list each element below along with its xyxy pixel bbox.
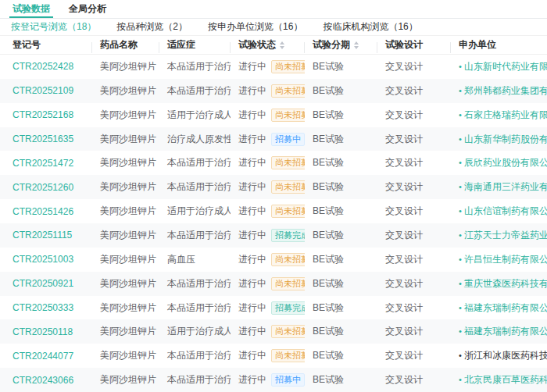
status-text: 进行中 — [238, 133, 266, 146]
status-text: 进行中 — [238, 109, 266, 122]
drug-name-cell: 美阿沙坦钾片 — [92, 229, 159, 242]
registry-id-link[interactable]: CTR20251115 — [0, 230, 92, 241]
trial-design-cell: 交叉设计 — [377, 109, 451, 122]
drug-name-cell: 美阿沙坦钾片 — [92, 60, 159, 73]
drug-name-cell: 美阿沙坦钾片 — [92, 180, 159, 194]
registry-id-link[interactable]: CTR20250118 — [0, 326, 92, 337]
table-row: CTR20252109 美阿沙坦钾片 本品适用于治疗成… 进行中 尚未招募 BE… — [0, 79, 547, 103]
trial-status-cell: 进行中 尚未招募 — [231, 60, 305, 73]
status-text: 进行中 — [238, 373, 266, 387]
table-row: CTR20251472 美阿沙坦钾片 本品适用于治疗成… 进行中 尚未招募 BE… — [0, 151, 547, 175]
registry-id-link[interactable]: CTR20252109 — [0, 85, 92, 96]
table-header: 登记号 药品名称 适应症 试验状态 试验分期 试验设计 申办单位 — [0, 36, 547, 55]
column-header-sponsor: 申办单位 — [451, 38, 547, 52]
sort-icon[interactable] — [354, 41, 359, 49]
registry-id-link[interactable]: CTR20252428 — [0, 61, 92, 72]
column-header-drug-name: 药品名称 — [92, 38, 159, 52]
sponsor-link[interactable]: 山东新华制药股份有限公司 — [459, 134, 547, 144]
indication-cell: 本品适用于治疗成… — [159, 156, 231, 169]
trial-phase-cell: BE试验 — [305, 301, 377, 315]
filter-tab-by-sponsor[interactable]: 按申办单位浏览（16） — [208, 20, 302, 34]
sponsor-link[interactable]: 许昌恒生制药有限公司 — [459, 254, 547, 265]
trial-status-cell: 进行中 尚未招募 — [231, 84, 305, 98]
column-header-registry-id: 登记号 — [0, 38, 92, 52]
indication-cell: 本品适用于治疗成… — [159, 373, 231, 387]
column-header-trial-phase[interactable]: 试验分期 — [305, 38, 377, 52]
registry-id-link[interactable]: CTR20244077 — [0, 351, 92, 362]
registry-id-link[interactable]: CTR20252168 — [0, 109, 92, 120]
indication-cell: 适用于治疗成人原… — [159, 205, 231, 218]
trial-status-cell: 进行中 招募完成 — [231, 301, 305, 315]
sponsor-link[interactable]: 福建东瑞制药有限公司 — [459, 326, 547, 337]
sponsor-link[interactable]: 郑州韩都药业集团有限公司 — [459, 85, 547, 96]
tab-global-analysis[interactable]: 全局分析 — [66, 0, 109, 18]
status-text: 进行中 — [238, 180, 266, 194]
indication-cell: 本品适用于治疗成… — [159, 180, 231, 194]
indication-cell: 本品适用于治疗成… — [159, 84, 231, 98]
status-badge: 尚未招募 — [271, 84, 305, 98]
status-text: 进行中 — [238, 253, 266, 266]
sponsor-link[interactable]: 重庆世森医药科技有限公司 — [459, 278, 547, 289]
sponsor-link[interactable]: 福建东瑞制药有限公司 — [459, 302, 547, 313]
status-text: 进行中 — [238, 301, 266, 315]
trial-design-cell: 交叉设计 — [377, 205, 451, 218]
indication-cell: 本品适用于治疗成… — [159, 229, 231, 242]
column-header-label: 试验状态 — [238, 38, 276, 52]
sponsor-link[interactable]: 北京民康百草医药科技有限… — [459, 374, 547, 385]
status-badge: 招募中 — [271, 133, 305, 146]
sponsor-link[interactable]: 江苏天士力帝益药业有限公司 — [459, 230, 547, 241]
trial-phase-cell: BE试验 — [305, 180, 377, 194]
filter-tab-by-registry[interactable]: 按登记号浏览（18） — [11, 20, 96, 34]
sponsor-link[interactable]: 辰欣药业股份有限公司 — [459, 157, 547, 168]
indication-cell: 适用于治疗成人原… — [159, 109, 231, 122]
table-row: CTR20251115 美阿沙坦钾片 本品适用于治疗成… 进行中 招募完成 BE… — [0, 223, 547, 248]
filter-tab-by-institution[interactable]: 按临床机构浏览（16） — [323, 20, 417, 34]
sponsor-link: 浙江和冰康医药科技有限公司 — [459, 350, 547, 361]
column-header-label: 试验分期 — [313, 38, 350, 52]
registry-id-link[interactable]: CTR20251635 — [0, 134, 92, 144]
sponsor-link[interactable]: 山东新时代药业有限公司 — [459, 61, 547, 72]
sponsor-link[interactable]: 海南通用三洋药业有限公司 — [459, 181, 547, 192]
trial-status-cell: 进行中 尚未招募 — [231, 180, 305, 194]
trial-status-cell: 进行中 尚未招募 — [231, 349, 305, 362]
trial-status-cell: 进行中 招募中 — [231, 133, 305, 146]
column-header-trial-design: 试验设计 — [377, 38, 451, 52]
table-row: CTR20243066 美阿沙坦钾片 本品适用于治疗成… 进行中 招募中 BE试… — [0, 368, 547, 392]
sort-icon[interactable] — [280, 41, 284, 49]
sponsor-link[interactable]: 石家庄格瑞药业有限公司 — [459, 109, 547, 120]
table-row: CTR20250118 美阿沙坦钾片 适用于治疗成人原… 进行中 尚未招募 BE… — [0, 319, 547, 344]
trial-phase-cell: BE试验 — [305, 84, 377, 98]
trial-phase-cell: BE试验 — [305, 277, 377, 290]
sponsor-link[interactable]: 山东信谊制药有限公司 — [459, 205, 547, 216]
drug-name-cell: 美阿沙坦钾片 — [92, 253, 159, 266]
main-tab-bar: 试验数据 全局分析 — [0, 0, 547, 19]
trial-status-cell: 进行中 尚未招募 — [231, 205, 305, 218]
registry-id-link[interactable]: CTR20243066 — [0, 375, 92, 386]
filter-tab-by-variety[interactable]: 按品种浏览（2） — [116, 20, 188, 34]
status-badge: 尚未招募 — [271, 277, 305, 290]
table-row: CTR20252428 美阿沙坦钾片 本品适用于治疗成… 进行中 尚未招募 BE… — [0, 55, 547, 79]
column-header-trial-status[interactable]: 试验状态 — [231, 38, 305, 52]
registry-id-link[interactable]: CTR20251003 — [0, 254, 92, 265]
trial-status-cell: 进行中 尚未招募 — [231, 253, 305, 266]
status-text: 进行中 — [238, 229, 266, 242]
trial-status-cell: 进行中 尚未招募 — [231, 325, 305, 338]
trial-phase-cell: BE试验 — [305, 156, 377, 169]
status-badge: 尚未招募 — [271, 325, 305, 338]
drug-name-cell: 美阿沙坦钾片 — [92, 373, 159, 387]
status-badge: 尚未招募 — [271, 156, 305, 169]
registry-id-link[interactable]: CTR20250921 — [0, 278, 92, 289]
status-badge: 招募完成 — [271, 229, 305, 242]
registry-id-link[interactable]: CTR20251472 — [0, 158, 92, 169]
drug-name-cell: 美阿沙坦钾片 — [92, 205, 159, 218]
registry-id-link[interactable]: CTR20250333 — [0, 302, 92, 313]
registry-id-link[interactable]: CTR20251426 — [0, 206, 92, 217]
registry-id-link[interactable]: CTR20251260 — [0, 182, 92, 193]
trial-phase-cell: BE试验 — [305, 109, 377, 122]
table-row: CTR20251635 美阿沙坦钾片 治疗成人原发性高… 进行中 招募中 BE试… — [0, 127, 547, 151]
trial-design-cell: 交叉设计 — [377, 180, 451, 194]
drug-name-cell: 美阿沙坦钾片 — [92, 301, 159, 315]
tab-trial-data[interactable]: 试验数据 — [9, 0, 53, 18]
status-badge: 招募完成 — [271, 301, 305, 315]
trial-phase-cell: BE试验 — [305, 60, 377, 73]
